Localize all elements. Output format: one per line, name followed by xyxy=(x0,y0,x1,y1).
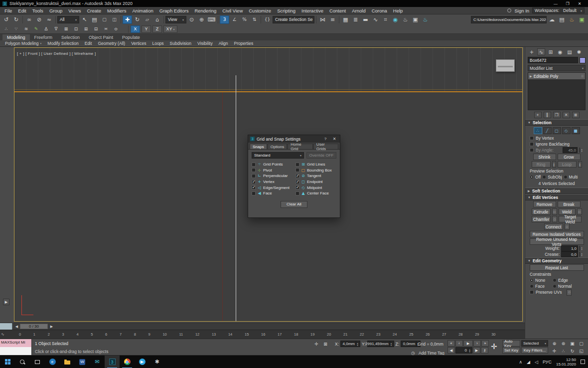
configure-modifier-sets-icon[interactable] xyxy=(572,112,580,118)
crease-field[interactable]: 0,0 xyxy=(561,251,578,257)
dialog-tab-user-grids[interactable]: User Grids xyxy=(313,144,338,149)
stack-item-editable-poly[interactable]: Editable Poly xyxy=(528,73,585,79)
bind-spacewarp-icon[interactable] xyxy=(44,15,54,24)
reference-coordinate-dropdown[interactable]: View xyxy=(165,16,186,23)
menu-customize[interactable]: Customize xyxy=(246,7,274,14)
make-unique-icon[interactable] xyxy=(553,112,561,118)
settings-button[interactable] xyxy=(149,356,164,368)
select-scale-icon[interactable] xyxy=(143,15,152,24)
command-tab-modify-icon[interactable] xyxy=(537,48,545,55)
snap-option-endpoint[interactable]: ◻Endpoint xyxy=(295,179,336,185)
toolbar2-icon[interactable] xyxy=(71,25,81,33)
constraint-edge-radio[interactable] xyxy=(553,278,557,282)
play-icon[interactable] xyxy=(463,340,473,347)
scene-explorer-icon[interactable] xyxy=(341,15,350,24)
snap-preset-dropdown[interactable]: Standard xyxy=(252,152,304,159)
break-button[interactable]: Break xyxy=(558,201,581,207)
ring-button[interactable]: Ring xyxy=(532,161,551,168)
subobject-vertex-icon[interactable] xyxy=(534,127,542,134)
menu-edit[interactable]: Edit xyxy=(15,7,29,14)
spinner-snap-icon[interactable] xyxy=(250,15,259,24)
chamfer-button[interactable]: Chamfer xyxy=(532,216,551,222)
panel-visibility[interactable]: Visibility xyxy=(194,41,216,46)
override-off-button[interactable]: Override OFF xyxy=(306,152,336,159)
undo-icon[interactable] xyxy=(1,15,11,24)
panel-align[interactable]: Align xyxy=(216,41,231,46)
toolbar2-icon[interactable] xyxy=(81,25,91,33)
subobject-polygon-icon[interactable] xyxy=(562,127,571,134)
ring-spinner[interactable] xyxy=(552,161,556,168)
remove-unused-map-verts-button[interactable]: Remove Unused Map Verts xyxy=(530,238,584,245)
menu-content[interactable]: Content xyxy=(326,7,349,14)
panel-polygon-modeling[interactable]: Polygon Modeling xyxy=(2,41,44,46)
snap-option-midpoint[interactable]: ◇Midpoint xyxy=(295,184,336,190)
menu-animation[interactable]: Animation xyxy=(130,7,156,14)
toolbar2-icon[interactable] xyxy=(1,25,11,33)
snap-option-pivot[interactable]: ⊹Pivot xyxy=(252,168,293,174)
sign-in-link[interactable]: Sign In xyxy=(514,8,529,13)
select-placement-icon[interactable] xyxy=(152,15,162,24)
zoom-all-icon[interactable] xyxy=(559,340,568,347)
redo-icon[interactable] xyxy=(11,15,21,24)
dialog-tab-home-grid[interactable]: Home Grid xyxy=(288,144,313,149)
key-mode-dropdown[interactable]: Selected xyxy=(521,340,548,347)
spinner-icon[interactable] xyxy=(580,252,584,257)
constraint-none-radio[interactable] xyxy=(530,278,534,282)
close-icon[interactable] xyxy=(574,0,586,7)
subobject-edge-icon[interactable] xyxy=(543,127,552,134)
command-tab-hierarchy-icon[interactable] xyxy=(547,48,555,55)
snap-option-grid-lines[interactable]: ⊞Grid Lines xyxy=(295,162,336,168)
pan-hand-icon[interactable] xyxy=(550,348,559,355)
quick-render-icon[interactable] xyxy=(567,15,577,24)
viewport-label[interactable]: [ + ] [ Front ] [ User Defined ] [ Wiref… xyxy=(17,51,96,56)
pivot-checkbox[interactable] xyxy=(252,168,256,172)
snap-option-bounding-box[interactable]: ▢Bounding Box xyxy=(295,168,336,174)
bounding-box-checkbox[interactable] xyxy=(295,168,299,172)
auto-key-button[interactable]: Auto Key xyxy=(502,340,520,347)
open-explorer-icon[interactable] xyxy=(577,15,587,24)
shrink-button[interactable]: Shrink xyxy=(533,154,556,160)
maxscript-mini-listener[interactable]: MAXScript Mi xyxy=(0,339,32,356)
axis-constraint-z-button[interactable]: Z xyxy=(152,25,162,33)
unlink-icon[interactable] xyxy=(34,15,44,24)
select-object-icon[interactable] xyxy=(80,15,89,24)
grid-snap-settings-dialog[interactable]: Grid and Snap Settings Snaps Options Hom… xyxy=(248,135,340,218)
menu-group[interactable]: Group xyxy=(46,7,65,14)
snap-option-grid-points[interactable]: ⁘Grid Points xyxy=(252,162,293,168)
panel-geometry-all[interactable]: Geometry (All) xyxy=(95,41,128,46)
tab-modeling[interactable]: Modeling xyxy=(2,34,30,40)
panel-loops[interactable]: Loops xyxy=(149,41,166,46)
use-pivot-center-icon[interactable] xyxy=(187,15,196,24)
angle-snap-icon[interactable] xyxy=(230,15,239,24)
key-back-icon[interactable] xyxy=(447,347,455,354)
by-angle-field[interactable]: 45,0 xyxy=(563,147,578,153)
menu-rendering[interactable]: Rendering xyxy=(191,7,219,14)
tangent-checkbox[interactable] xyxy=(295,174,299,178)
cloud-render-icon[interactable] xyxy=(547,15,557,24)
word-button[interactable] xyxy=(75,356,90,368)
tab-object-paint[interactable]: Object Paint xyxy=(84,34,118,40)
time-slider-handle[interactable]: 0 / 30 xyxy=(20,324,48,329)
maximize-icon[interactable] xyxy=(562,0,574,7)
by-vertex-checkbox[interactable] xyxy=(530,136,534,140)
extrude-button[interactable]: Extrude xyxy=(532,208,551,215)
orbit-icon[interactable] xyxy=(568,348,577,355)
snap-option-vertex[interactable]: +Vertex xyxy=(252,179,293,185)
tab-populate[interactable]: Populate xyxy=(118,34,145,40)
y-coordinate-field[interactable]: 2991,459mm xyxy=(367,341,394,347)
rollout-edit-vertices[interactable]: Edit Vertices xyxy=(525,194,588,200)
command-tab-display-icon[interactable] xyxy=(566,48,574,55)
menu-tools[interactable]: Tools xyxy=(29,7,46,14)
expand-arrow-icon[interactable] xyxy=(530,74,532,78)
snaps-toggle-icon[interactable] xyxy=(220,15,229,24)
key-filters-button[interactable]: Key Filters... xyxy=(521,347,548,354)
chamfer-settings-icon[interactable] xyxy=(552,216,557,222)
notification-center-icon[interactable] xyxy=(581,360,585,364)
rollout-edit-geometry[interactable]: Edit Geometry xyxy=(525,257,588,264)
panel-edit[interactable]: Edit xyxy=(82,41,95,46)
go-to-end-icon[interactable] xyxy=(481,340,489,347)
subobject-element-icon[interactable] xyxy=(572,127,580,134)
curve-editor-icon[interactable] xyxy=(371,15,380,24)
select-link-icon[interactable] xyxy=(24,15,34,24)
preview-off-radio[interactable] xyxy=(530,175,534,179)
